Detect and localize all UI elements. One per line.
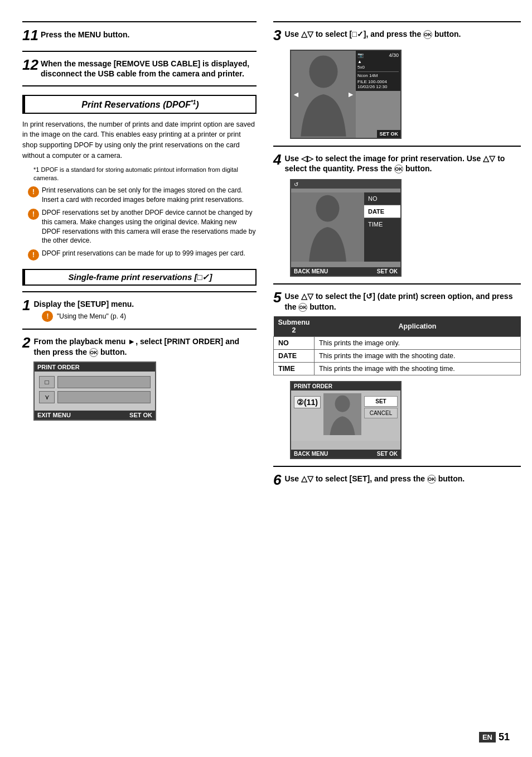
step-1: 1 Display the [SETUP] menu. ! "Using the… [22,297,257,322]
single-frame-section: Single-frame print reservations [□✓] [22,269,257,286]
note-icon-1: ! [28,186,39,197]
footer-4: BACK MENU SET OK [291,267,400,276]
table-col1-header: Submenu 2 [274,316,315,337]
note-icon-3: ! [28,249,39,261]
screen-icon-2: ⋎ [39,391,55,403]
note-3-text: DPOF print reservations can be made for … [42,249,245,258]
step-6-text: Use △▽ to select [SET], and press the OK… [284,474,465,483]
date-info-3: 10/02/26 12:30 [357,84,399,89]
photo-area-4 [291,192,364,262]
file-icon-3: 📷 [357,52,364,58]
svg-point-0 [309,55,337,88]
option-cancel-5: CANCEL [364,408,398,418]
option-set-5: SET [364,396,398,407]
svg-point-2 [335,396,350,412]
step-1-number: 1 [22,297,30,314]
step-2-ok-circle: OK [89,348,98,357]
screen-bar-1 [57,376,151,388]
step-5-number: 5 [273,289,281,306]
step-3: 3 Use △▽ to select [□✓], and press the O… [273,27,521,139]
step-12-text: When the message [REMOVE USB CABLE] is d… [41,59,257,79]
print-order-screen: PRINT ORDER □ ⋎ EXIT MENU SET OK [33,361,156,421]
screen-row-2: ⋎ [39,391,151,403]
step-1-note-icon: ! [42,311,53,322]
step-5-text: Use △▽ to select the [↺] (date print) sc… [284,292,512,311]
screen-row-1: □ [39,376,151,388]
top-bar-4: ↺ [291,180,400,189]
arrow-left-3: ◄ [292,90,300,99]
info-panel-3: 📷 4/30 ▲ 5x0 Ncon 14M FILE 100-0004 10/0… [356,51,400,91]
svg-point-1 [316,195,340,222]
print-reservations-section: Print Reservations (DPOF*1) [22,95,257,113]
step-11: 11 Press the MENU button. [22,27,257,44]
photo-area-3 [291,51,356,138]
step-2-text: From the playback menu ►, select [PRINT … [33,337,239,356]
table-cell-desc: This prints the image only. [314,336,520,349]
step-4: 4 Use ◁▷ to select the image for print r… [273,151,521,277]
side-menu-4: NO DATE TIME [364,192,400,262]
print-reservations-title: Print Reservations (DPOF*1) [81,100,199,109]
table-cell-desc: This prints the image with the shooting … [314,362,520,375]
step-1-sub: "Using the Menu" (p. 4) [57,312,126,320]
right-column: 3 Use △▽ to select [□✓], and press the O… [268,17,521,740]
camera-screen-4: ↺ NO DATE TIME BACK [290,179,402,277]
right-options-5: SET CANCEL [364,396,398,418]
table-row: NOThis prints the image only. [274,336,521,349]
arrow-up-3: ▲ [357,59,399,64]
note-icon-2: ! [28,209,39,220]
screen-header: PRINT ORDER [35,363,155,372]
note-1-text: Print reservations can be set only for t… [42,186,257,205]
count-display-5: ②(11) [294,396,321,408]
step-3-ok-circle: OK [423,30,432,39]
step-3-number: 3 [273,27,281,44]
page-number: 51 [499,731,510,743]
menu-date-4: DATE [364,205,400,218]
table-cell-label: NO [274,336,315,349]
note-2-text: DPOF reservations set by another DPOF de… [42,208,257,245]
step-1-text: Display the [SETUP] menu. [33,300,134,308]
step-4-ok-circle: OK [394,165,403,173]
footnote-dpof: *1 DPOF is a standard for storing automa… [33,166,257,183]
step-6-ok-circle: OK [427,475,436,484]
page-footer: EN 51 [479,731,510,743]
step-4-text: Use ◁▷ to select the image for print res… [284,154,505,173]
step-11-number: 11 [22,27,38,44]
step-5-ok-circle: OK [298,303,307,312]
step-3-text: Use △▽ to select [□✓], and press the OK … [284,30,461,38]
table-cell-label: TIME [274,362,315,375]
table-col2-header: Application [314,316,520,337]
reservation-header-5: PRINT ORDER [291,382,400,390]
step-4-number: 4 [273,151,281,168]
camera-screen-3: ◄ ► 📷 4/30 ▲ 5x0 Ncon 14M FILE 100-0004 … [290,50,402,139]
note-2: ! DPOF reservations set by another DPOF … [28,208,257,245]
note-1: ! Print reservations can be set only for… [28,186,257,205]
step-2: 2 From the playback menu ►, select [PRIN… [22,334,257,420]
option-table: Submenu 2 Application NOThis prints the … [273,316,521,375]
step-5: 5 Use △▽ to select the [↺] (date print) … [273,289,521,459]
step-11-text: Press the MENU button. [41,30,129,40]
arrow-right-3: ► [347,90,355,99]
menu-time-4: TIME [364,218,400,230]
arrow-indicator-3: 5x0 [357,65,399,70]
step-6: 6 Use △▽ to select [SET], and press the … [273,471,521,489]
table-cell-desc: This prints the image with the shooting … [314,349,520,362]
step-12: 12 When the message [REMOVE USB CABLE] i… [22,56,257,79]
table-cell-label: DATE [274,349,315,362]
left-column: 11 Press the MENU button. 12 When the me… [22,17,268,740]
menu-no-4: NO [364,192,400,205]
footer-5: BACK MENU SET OK [291,450,400,458]
mode-label-3: Ncon 14M [357,71,399,78]
reservation-screen-5: PRINT ORDER ②(11) SET [290,381,402,459]
en-label: EN [479,732,496,742]
note-3: ! DPOF print reservations can be made fo… [28,249,257,261]
table-row: DATEThis prints the image with the shoot… [274,349,521,362]
screen-bar-2 [57,391,151,403]
step-6-number: 6 [273,471,281,489]
file-info-3: FILE 100-0004 [357,79,399,84]
set-ok-3: SET OK [377,130,400,138]
print-reservations-body: In print reservations, the number of pri… [22,119,257,161]
step-2-number: 2 [22,334,30,351]
step-12-number: 12 [22,56,38,74]
photo-area-5 [323,393,361,435]
reservation-body-5: ②(11) SET CANCEL [291,390,400,441]
